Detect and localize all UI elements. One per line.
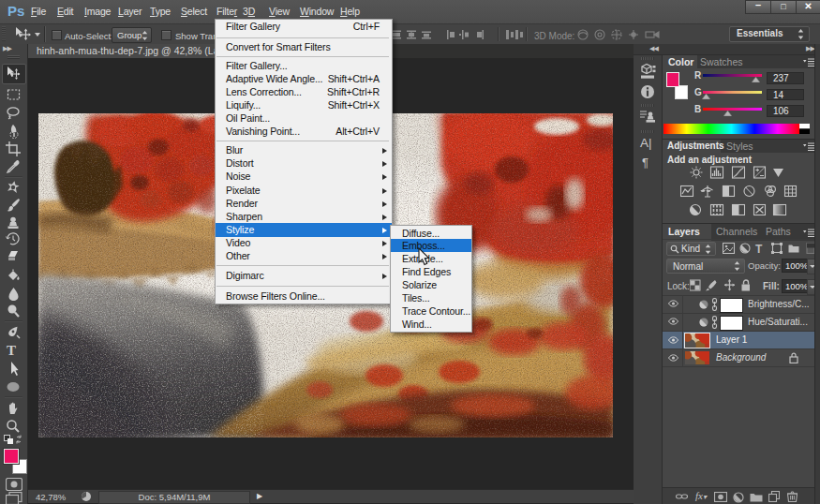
svg-text:T: T xyxy=(755,243,763,254)
